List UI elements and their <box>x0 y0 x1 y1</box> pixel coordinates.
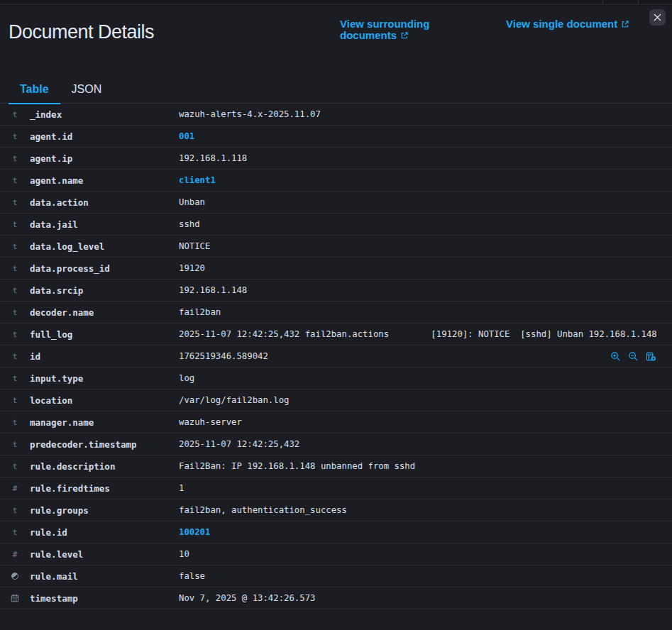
field-name: timestamp <box>30 593 179 604</box>
row-actions <box>610 346 656 368</box>
table-row: rule.mail false <box>0 565 672 587</box>
text-type-icon: t <box>0 177 30 184</box>
field-value: fail2ban <box>179 307 672 317</box>
document-details-flyout: Document Details View surrounding docume… <box>0 6 672 630</box>
field-name: data.srcip <box>30 285 179 296</box>
text-type-icon: t <box>0 199 30 206</box>
close-button[interactable] <box>649 9 666 26</box>
table-row: t rule.id 100201 <box>0 521 672 543</box>
table-row: t manager.name wazuh-server <box>0 411 672 433</box>
field-name: decoder.name <box>30 307 179 318</box>
field-value: 2025-11-07 12:42:25,432 <box>179 439 672 449</box>
field-name: agent.id <box>30 131 179 142</box>
field-name: rule.level <box>30 549 179 560</box>
background-column-divider <box>602 0 603 5</box>
field-value: false <box>179 571 672 581</box>
text-type-icon: t <box>0 243 30 250</box>
table-row: t agent.ip 192.168.1.118 <box>0 148 672 170</box>
field-name: data.action <box>30 197 179 208</box>
tab-table[interactable]: Table <box>9 74 60 104</box>
field-name: input.type <box>30 373 179 384</box>
field-value: 1762519346.589042 <box>179 351 672 361</box>
field-name: rule.description <box>30 461 179 472</box>
table-row: t data.log_level NOTICE <box>0 236 672 258</box>
table-row: t data.jail sshd <box>0 214 672 236</box>
text-type-icon: t <box>0 133 30 140</box>
table-row: t decoder.name fail2ban <box>0 302 672 324</box>
table-row: t data.action Unban <box>0 192 672 214</box>
field-name: agent.name <box>30 175 179 186</box>
field-value: log <box>179 373 672 383</box>
calendar-icon <box>0 594 30 602</box>
tab-json[interactable]: JSON <box>60 74 114 104</box>
field-name: full_log <box>30 329 179 340</box>
field-value: 192.168.1.118 <box>179 153 672 163</box>
table-row: t input.type log <box>0 368 672 389</box>
field-name: data.jail <box>30 219 179 230</box>
field-name: data.log_level <box>30 241 179 252</box>
table-row: t agent.name client1 <box>0 170 672 192</box>
field-value: sshd <box>179 219 672 229</box>
text-type-icon: t <box>0 419 30 426</box>
table-row: # rule.firedtimes 1 <box>0 477 672 499</box>
field-value: /var/log/fail2ban.log <box>179 395 672 405</box>
text-type-icon: t <box>0 507 30 514</box>
table-row: t full_log 2025-11-07 12:42:25,432 fail2… <box>0 324 672 346</box>
text-type-icon: t <box>0 309 30 316</box>
field-name: _index <box>30 109 179 120</box>
text-type-icon: t <box>0 441 30 448</box>
background-page-header <box>0 0 672 5</box>
field-name: id <box>30 351 179 362</box>
text-type-icon: t <box>0 397 30 404</box>
table-row: t agent.id 001 <box>0 126 672 148</box>
toggle-column-in-table-icon[interactable] <box>646 351 656 362</box>
field-value: Fail2Ban: IP 192.168.1.148 unbanned from… <box>179 461 672 471</box>
field-name: predecoder.timestamp <box>30 439 179 450</box>
flyout-header: Document Details View surrounding docume… <box>0 6 672 74</box>
text-type-icon: t <box>0 155 30 162</box>
table-row: t location /var/log/fail2ban.log <box>0 389 672 411</box>
field-value: 2025-11-07 12:42:25,432 fail2ban.actions… <box>179 329 672 339</box>
field-value: fail2ban, authentication_success <box>179 505 672 515</box>
text-type-icon: t <box>0 287 30 294</box>
text-type-icon: t <box>0 331 30 338</box>
external-link-icon <box>400 30 409 41</box>
external-link-icon <box>621 18 629 30</box>
text-type-icon: t <box>0 221 30 228</box>
field-value: 19120 <box>179 263 672 273</box>
field-name: agent.ip <box>30 153 179 164</box>
view-single-document-link[interactable]: View single document <box>506 18 648 30</box>
tab-bar: TableJSON <box>0 74 672 104</box>
view-surrounding-documents-link[interactable]: View surrounding documents <box>340 18 453 41</box>
field-value: 192.168.1.148 <box>179 285 672 295</box>
field-name: rule.groups <box>30 505 179 516</box>
field-value: 1 <box>179 483 672 493</box>
filter-for-value-icon[interactable] <box>610 351 621 362</box>
text-type-icon: t <box>0 353 30 360</box>
field-value: wazuh-server <box>179 417 672 427</box>
table-row: t data.srcip 192.168.1.148 <box>0 280 672 302</box>
boolean-type-icon <box>0 573 30 580</box>
field-value: Unban <box>179 197 672 207</box>
field-name: rule.mail <box>30 571 179 582</box>
text-type-icon: t <box>0 111 30 118</box>
field-name: manager.name <box>30 417 179 428</box>
table-row: t id 1762519346.589042 <box>0 346 672 368</box>
close-icon <box>654 13 661 21</box>
text-type-icon: t <box>0 529 30 536</box>
text-type-icon: t <box>0 463 30 470</box>
text-type-icon: t <box>0 375 30 382</box>
number-type-icon: # <box>0 485 30 492</box>
page-title: Document Details <box>9 21 154 43</box>
field-name: location <box>30 395 179 406</box>
text-type-icon: t <box>0 265 30 272</box>
field-value-link[interactable]: 001 <box>179 131 672 141</box>
table-row: t predecoder.timestamp 2025-11-07 12:42:… <box>0 433 672 455</box>
filter-out-value-icon[interactable] <box>628 351 639 362</box>
field-value-link[interactable]: client1 <box>179 175 672 185</box>
table-row: t rule.description Fail2Ban: IP 192.168.… <box>0 455 672 477</box>
field-value: NOTICE <box>179 241 672 251</box>
table-row: t data.process_id 19120 <box>0 258 672 280</box>
field-value-link[interactable]: 100201 <box>179 527 672 537</box>
field-value: 10 <box>179 549 672 559</box>
